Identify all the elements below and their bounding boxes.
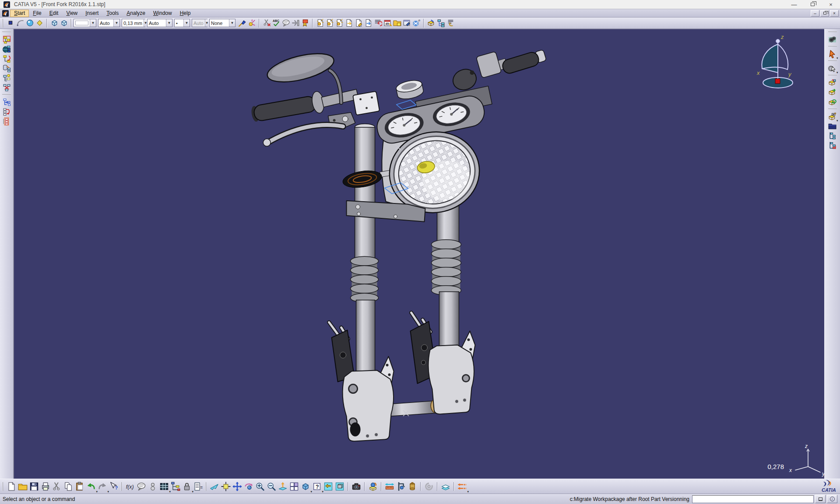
camera-capture-icon[interactable]: [351, 481, 362, 492]
close-button[interactable]: ×: [822, 0, 840, 9]
menu-view[interactable]: View: [62, 10, 81, 17]
compass-anchor[interactable]: [775, 79, 780, 84]
spellcheck-abc-icon[interactable]: ABC: [271, 18, 281, 28]
dialog-toggle-button[interactable]: [815, 495, 826, 503]
toolbar-handle[interactable]: [2, 482, 4, 491]
select-cursor-icon[interactable]: ▾: [828, 49, 837, 59]
3d-scene[interactable]: z x y z x y 0,278: [14, 29, 824, 479]
doc-minimize-button[interactable]: –: [811, 10, 819, 17]
cut-icon[interactable]: [51, 481, 63, 492]
structure-tree-icon[interactable]: [170, 481, 181, 492]
toolbar-handle[interactable]: [828, 60, 837, 62]
graph-tree-reorder-icon[interactable]: [2, 97, 11, 107]
apply-arrow-icon[interactable]: [291, 18, 300, 28]
toolbar-handle[interactable]: [2, 31, 11, 33]
tree-break-links-icon[interactable]: [2, 83, 11, 92]
lock-icon[interactable]: ▾: [181, 481, 193, 492]
normal-view-icon[interactable]: [277, 481, 288, 492]
toolbar-handle[interactable]: [70, 19, 72, 28]
combo-arrow-icon[interactable]: ▼: [166, 19, 172, 27]
zoom-out-icon[interactable]: [266, 481, 277, 492]
document-menu-icon[interactable]: [2, 10, 9, 17]
window-edit-icon[interactable]: [402, 18, 411, 28]
line-weight-select[interactable]: 0,13 mm▼: [122, 19, 145, 27]
combo-arrow-icon[interactable]: ▼: [205, 19, 209, 27]
box-attach-icon[interactable]: [828, 78, 837, 88]
tree-filter-icon[interactable]: [2, 116, 11, 126]
annotation-balloon-icon[interactable]: [281, 18, 291, 28]
insert-component-icon[interactable]: [2, 54, 11, 63]
toolbar-handle[interactable]: [121, 482, 123, 491]
toolbar-handle[interactable]: [828, 46, 837, 47]
fill-color-select[interactable]: ▼: [74, 19, 96, 27]
menu-tools[interactable]: Tools: [102, 10, 123, 17]
point-symbol-select[interactable]: •▼: [174, 19, 190, 27]
menu-start[interactable]: Start: [10, 10, 29, 17]
fly-mode-icon[interactable]: [209, 481, 220, 492]
doc-restore-button[interactable]: [820, 10, 829, 17]
mini-square-icon[interactable]: [6, 18, 15, 28]
toolbar-handle[interactable]: [2, 19, 4, 28]
paintbrush-icon[interactable]: [237, 18, 247, 28]
edit-document-icon[interactable]: [354, 18, 363, 28]
menu-help[interactable]: Help: [176, 10, 195, 17]
blue-folder-icon[interactable]: [828, 121, 837, 131]
combo-arrow-icon[interactable]: ▼: [113, 19, 119, 27]
box-snapshot-icon[interactable]: ▾: [828, 112, 837, 121]
iso-view-cube-icon[interactable]: ▾: [300, 481, 311, 492]
swap-visible-space-icon[interactable]: [334, 481, 345, 492]
database-tree-icon[interactable]: [2, 63, 11, 73]
fit-all-in-icon[interactable]: [220, 481, 232, 492]
toolbar-handle[interactable]: [828, 74, 837, 76]
paste-icon[interactable]: [74, 481, 85, 492]
measure-between-icon[interactable]: [384, 481, 395, 492]
product-structure-icon[interactable]: [2, 35, 11, 44]
settings-gears-icon[interactable]: [828, 35, 837, 44]
versioned-list-icon[interactable]: [373, 18, 383, 28]
box-synchronize-icon[interactable]: [828, 97, 837, 107]
box-transfer-icon[interactable]: [426, 18, 436, 28]
line-type-select[interactable]: Auto▼: [98, 19, 120, 27]
view-compass[interactable]: z x y: [756, 34, 793, 88]
design-table-icon[interactable]: ▾: [158, 481, 170, 492]
cut-dimension-icon[interactable]: [262, 18, 271, 28]
selection-sets-tree-icon[interactable]: [436, 18, 446, 28]
multi-view-icon[interactable]: [288, 481, 300, 492]
layer-select[interactable]: None▼: [209, 19, 235, 27]
dropdown-caret[interactable]: ▾: [836, 56, 838, 60]
rotate-icon[interactable]: [243, 481, 254, 492]
model-front-fork[interactable]: [250, 48, 547, 441]
menu-window[interactable]: Window: [149, 10, 176, 17]
doc-close-button[interactable]: ×: [830, 10, 839, 17]
menu-insert[interactable]: Insert: [81, 10, 102, 17]
render-style-select[interactable]: Auto▼: [192, 19, 207, 27]
formula-fx-icon[interactable]: f(x): [124, 481, 136, 492]
menu-edit[interactable]: Edit: [46, 10, 63, 17]
redo-icon[interactable]: ▾: [97, 481, 108, 492]
tree-expand-icon[interactable]: [828, 131, 837, 140]
smart-document-icon-2[interactable]: [325, 18, 334, 28]
check-list-icon[interactable]: =: [193, 481, 204, 492]
offset-arrows-icon[interactable]: ▾: [457, 481, 468, 492]
list-history-icon[interactable]: [446, 18, 455, 28]
combo-arrow-icon[interactable]: ▼: [90, 19, 96, 27]
material-sphere-icon[interactable]: [25, 18, 35, 28]
menu-analyze[interactable]: Analyze: [123, 10, 149, 17]
menu-file[interactable]: File: [29, 10, 45, 17]
print-icon[interactable]: [40, 481, 51, 492]
hide-show-icon[interactable]: [323, 481, 334, 492]
sectioning-layers-icon[interactable]: [440, 481, 451, 492]
measure-item-icon[interactable]: [395, 481, 407, 492]
tree-new-node-icon[interactable]: [2, 73, 11, 83]
minimize-button[interactable]: —: [785, 0, 803, 9]
3d-viewport[interactable]: z x y z x y 0,278: [14, 29, 824, 479]
plane-diamond-icon[interactable]: [35, 18, 44, 28]
undo-icon[interactable]: ▾: [85, 481, 97, 492]
magic-wand-icon[interactable]: [247, 18, 257, 28]
send-document-icon[interactable]: [363, 18, 373, 28]
knowledge-balloon-icon[interactable]: [136, 481, 147, 492]
info-button[interactable]: i: [827, 495, 837, 503]
spiral-applications-icon[interactable]: [423, 481, 435, 492]
new-document-icon[interactable]: [6, 481, 17, 492]
contextual-help-icon[interactable]: ?: [108, 481, 119, 492]
